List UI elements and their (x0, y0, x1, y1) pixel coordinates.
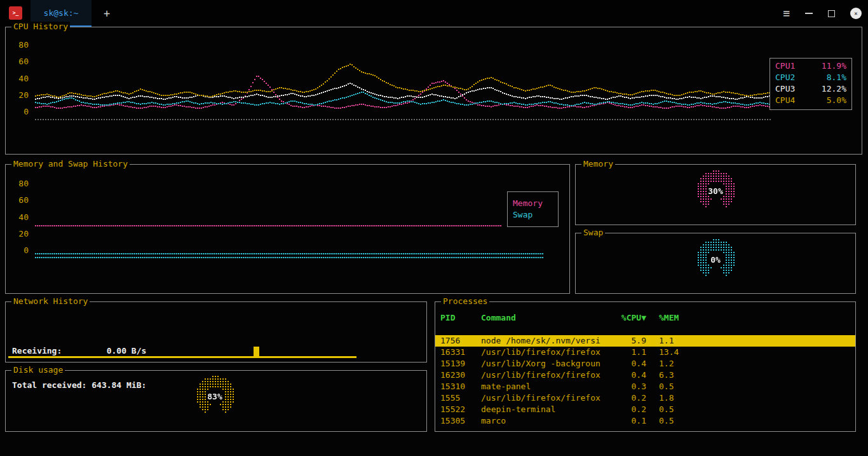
y-tick-label: 0 (11, 107, 29, 117)
legend-row: CPU28.1% (775, 72, 846, 83)
legend-name: CPU2 (775, 72, 795, 83)
process-row[interactable]: 16230/usr/lib/firefox/firefox0.46.3 (435, 370, 855, 381)
processes-header: PID Command %CPU▼ %MEM (435, 312, 855, 324)
processes-title: Processes (441, 296, 489, 306)
process-pid: 15310 (440, 381, 481, 392)
process-pid: 1555 (440, 392, 481, 404)
header-command[interactable]: Command (481, 312, 614, 324)
y-tick-label: 60 (11, 57, 29, 67)
legend-name: CPU3 (775, 83, 795, 95)
legend-value: 8.1% (827, 72, 846, 83)
process-cpu: 0.2 (614, 392, 646, 404)
header-pid[interactable]: PID (440, 312, 481, 324)
process-pid: 1756 (440, 335, 481, 347)
new-tab-button[interactable]: + (99, 6, 114, 21)
network-receiving-line: Receiving: 0.00 B/s (12, 345, 146, 357)
terminal-content: CPU History 806040200 CPU111.9%CPU28.1%C… (0, 27, 868, 456)
legend-name: Swap (513, 209, 532, 221)
processes-list: 1756node /home/sk/.nvm/versi5.91.116331/… (435, 335, 855, 427)
process-row[interactable]: 16331/usr/lib/firefox/firefox1.113.4 (435, 347, 855, 358)
memory-swap-chart (35, 179, 553, 261)
disk-percent-label: 83% (194, 375, 236, 418)
process-cpu: 0.2 (614, 404, 646, 415)
network-sparkline (8, 356, 356, 358)
process-mem: 1.8 (659, 392, 700, 404)
process-cpu: 0.4 (614, 358, 646, 370)
maximize-icon[interactable] (828, 10, 835, 17)
process-command: /usr/lib/Xorg -backgroun (481, 358, 614, 370)
process-row[interactable]: 15522deepin-terminal0.20.5 (435, 404, 855, 415)
memory-gauge-title: Memory (581, 159, 615, 169)
process-mem: 6.3 (659, 370, 700, 381)
memory-donut: 30% (695, 169, 736, 212)
legend-row: CPU45.0% (775, 95, 846, 106)
memory-swap-history-title: Memory and Swap History (11, 159, 130, 169)
header-cpu-sort[interactable]: %CPU▼ (614, 312, 646, 324)
network-history-title: Network History (11, 296, 90, 306)
disk-usage-box: Disk usage 83% (5, 370, 427, 432)
process-row-selected[interactable]: 1756node /home/sk/.nvm/versi5.91.1 (435, 335, 855, 347)
minimize-icon[interactable] (805, 13, 813, 14)
process-command: deepin-terminal (481, 404, 614, 415)
cpu-history-box: CPU History 806040200 CPU111.9%CPU28.1%C… (5, 27, 862, 155)
swap-gauge-title: Swap (581, 228, 605, 237)
process-command: mate-panel (481, 381, 614, 392)
legend-name: CPU4 (775, 95, 795, 106)
y-tick-label: 40 (11, 74, 29, 84)
legend-row: Swap (513, 209, 553, 221)
y-tick-label: 20 (11, 90, 29, 100)
process-pid: 15305 (440, 415, 481, 427)
header-mem[interactable]: %MEM (659, 312, 700, 324)
disk-donut: 83% (194, 375, 236, 418)
network-sparkline-spike (254, 347, 259, 358)
y-tick-label: 20 (11, 229, 29, 239)
menu-icon[interactable]: ≡ (783, 8, 790, 19)
process-command: /usr/lib/firefox/firefox (481, 347, 614, 358)
process-mem: 1.1 (659, 335, 700, 347)
process-command: node /home/sk/.nvm/versi (481, 335, 614, 347)
swap-donut: 0% (695, 238, 736, 281)
legend-name: Memory (513, 198, 543, 209)
process-command: /usr/lib/firefox/firefox (481, 370, 614, 381)
process-row[interactable]: 15310mate-panel0.30.5 (435, 381, 855, 392)
process-cpu: 0.4 (614, 370, 646, 381)
process-cpu: 0.1 (614, 415, 646, 427)
memory-percent-label: 30% (695, 169, 736, 212)
processes-box: Processes PID Command %CPU▼ %MEM 1756nod… (435, 301, 856, 432)
process-row[interactable]: 15139/usr/lib/Xorg -backgroun0.41.2 (435, 358, 855, 370)
memory-gauge-box: Memory 30% (575, 164, 856, 225)
process-row[interactable]: 15305marco0.10.5 (435, 415, 855, 427)
y-tick-label: 60 (11, 195, 29, 205)
memory-swap-legend: MemorySwap (507, 191, 559, 227)
legend-row: CPU111.9% (775, 60, 846, 72)
titlebar: >_ sk@sk:~ + ≡ ✕ (0, 0, 868, 27)
process-pid: 15139 (440, 358, 481, 370)
close-icon[interactable]: ✕ (850, 8, 862, 19)
cpu-history-title: CPU History (11, 22, 70, 31)
process-pid: 15522 (440, 404, 481, 415)
window-controls: ≡ ✕ (783, 0, 862, 27)
terminal-app-icon: >_ (9, 6, 22, 20)
process-row[interactable]: 1555/usr/lib/firefox/firefox0.21.8 (435, 392, 855, 404)
swap-gauge-box: Swap 0% (575, 233, 856, 294)
disk-usage-title: Disk usage (11, 365, 65, 375)
process-pid: 16331 (440, 347, 481, 358)
tab-title: sk@sk:~ (44, 8, 79, 18)
y-tick-label: 80 (11, 40, 29, 50)
processes-spacer (435, 324, 855, 335)
network-history-box: Network History Receiving: 0.00 B/s Tota… (5, 301, 427, 363)
process-mem: 0.5 (659, 381, 700, 392)
legend-value: 5.0% (827, 95, 846, 106)
swap-percent-label: 0% (695, 238, 736, 281)
legend-row: Memory (513, 198, 553, 209)
process-mem: 0.5 (659, 404, 700, 415)
memory-swap-history-box: Memory and Swap History 806040200 Memory… (5, 164, 570, 294)
cpu-history-chart (35, 40, 771, 121)
process-mem: 13.4 (659, 347, 700, 358)
process-command: /usr/lib/firefox/firefox (481, 392, 614, 404)
cpu-legend: CPU111.9%CPU28.1%CPU312.2%CPU45.0% (770, 58, 852, 110)
y-tick-label: 0 (11, 245, 29, 256)
legend-row: CPU312.2% (775, 83, 846, 95)
y-tick-label: 40 (11, 212, 29, 223)
process-command: marco (481, 415, 614, 427)
